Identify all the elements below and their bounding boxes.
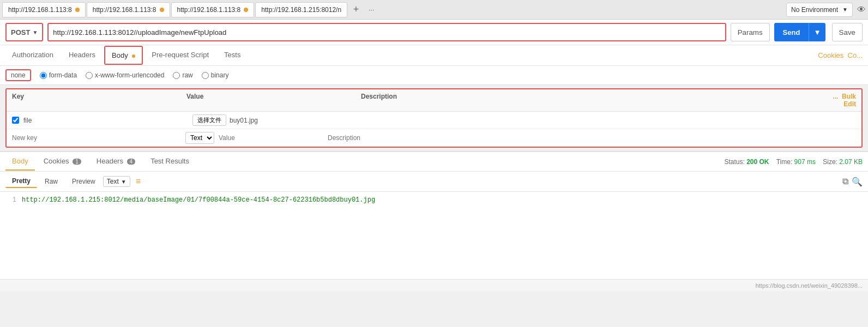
copy-button[interactable]: ⧉: [842, 177, 848, 186]
view-tab-raw[interactable]: Raw: [38, 175, 64, 187]
file-name: buy01.jpg: [230, 117, 258, 124]
col-value-header: Value: [186, 93, 361, 108]
resp-tab-headers[interactable]: Headers 4: [90, 153, 142, 171]
status-bar: https://blog.csdn.net/weixin_49028398...: [0, 279, 868, 291]
send-wrap: Send ▼: [774, 23, 825, 41]
body-type-row: none form-data x-www-form-urlencoded raw…: [0, 66, 868, 85]
col-desc-header: Description: [361, 93, 823, 108]
more-tabs-button[interactable]: ···: [364, 2, 379, 17]
method-label: POST: [11, 28, 30, 37]
tab-prerequest[interactable]: Pre-request Script: [145, 46, 215, 64]
view-tab-pretty[interactable]: Pretty: [5, 175, 37, 188]
method-selector[interactable]: POST ▼: [5, 23, 43, 41]
env-selector[interactable]: No Environment ▼: [786, 3, 853, 17]
row-value: 选择文件 buy01.jpg: [192, 114, 367, 126]
eye-button[interactable]: 👁: [857, 5, 866, 15]
time-value: 907 ms: [794, 158, 816, 166]
env-label: No Environment: [791, 6, 838, 14]
response-body[interactable]: 1 http://192.168.1.215:8012/media/baseIm…: [0, 192, 868, 279]
row-key: file: [23, 117, 192, 124]
method-chevron-icon: ▼: [32, 29, 38, 35]
url-input-wrap: [47, 23, 726, 41]
format-selector[interactable]: Text ▼: [103, 176, 130, 187]
col-key-header: Key: [12, 93, 186, 108]
new-value-input[interactable]: [219, 134, 328, 142]
tab-headers[interactable]: Headers: [62, 46, 102, 64]
resp-tab-cookies[interactable]: Cookies 1: [37, 153, 88, 171]
cookies-link[interactable]: Cookies Co...: [818, 51, 863, 59]
format-chevron-icon: ▼: [121, 179, 126, 185]
request-tabs: Authorization Headers Body Pre-request S…: [0, 45, 868, 66]
binary-radio-label[interactable]: binary: [202, 71, 229, 79]
resp-tab-body[interactable]: Body: [5, 153, 35, 171]
tab-2-label: http://192.168.1.113:8: [93, 6, 156, 14]
code-content-1: http://192.168.1.215:8012/media/baseImag…: [22, 192, 375, 208]
tab-1-label: http://192.168.1.113:8: [8, 6, 72, 14]
choose-file-button[interactable]: 选择文件: [192, 114, 226, 126]
tab-2-dot: [160, 8, 164, 12]
tab-3-dot: [244, 8, 248, 12]
binary-radio[interactable]: [202, 72, 209, 79]
viewer-tabs: Pretty Raw Preview Text ▼ ≡ ⧉ 🔍: [0, 172, 868, 192]
tab-tests[interactable]: Tests: [218, 46, 247, 64]
form-data-radio[interactable]: [40, 72, 47, 79]
env-chevron-icon: ▼: [842, 7, 848, 13]
size-value: 2.07 KB: [839, 158, 863, 166]
view-tab-preview[interactable]: Preview: [65, 175, 102, 187]
headers-badge: 4: [127, 159, 136, 165]
new-key-input[interactable]: [12, 134, 181, 142]
tab-4-label: http://192.168.1.215:8012/n: [261, 6, 341, 14]
cookies-badge: 1: [73, 159, 81, 165]
tab-authorization[interactable]: Authorization: [5, 46, 60, 64]
tab-3[interactable]: http://192.168.1.113:8: [171, 2, 255, 17]
table-row: file 选择文件 buy01.jpg: [7, 112, 861, 129]
code-line-1: 1 http://192.168.1.215:8012/media/baseIm…: [0, 192, 868, 208]
bulk-edit-label: Bulk Edit: [842, 93, 856, 108]
send-dropdown-button[interactable]: ▼: [809, 23, 825, 41]
col-more-header[interactable]: ... Bulk Edit: [823, 93, 856, 108]
url-input[interactable]: [49, 28, 725, 37]
tab-body[interactable]: Body: [104, 46, 143, 65]
params-button[interactable]: Params: [731, 23, 770, 41]
urlencoded-radio-label[interactable]: x-www-form-urlencoded: [86, 71, 164, 79]
status-code: 200 OK: [746, 158, 769, 166]
url-bar: POST ▼ Params Send ▼ Save: [0, 20, 868, 45]
response-tabs: Body Cookies 1 Headers 4 Test Results St…: [0, 151, 868, 172]
raw-radio-label[interactable]: raw: [173, 71, 192, 79]
save-button[interactable]: Save: [832, 23, 863, 41]
search-button[interactable]: 🔍: [852, 177, 863, 187]
line-number-1: 1: [0, 192, 22, 208]
formdata-header: Key Value Description ... Bulk Edit: [7, 89, 861, 112]
formdata-section: Key Value Description ... Bulk Edit file…: [5, 88, 863, 148]
tab-1-dot: [75, 8, 80, 12]
send-button[interactable]: Send: [774, 23, 809, 41]
tab-bar: http://192.168.1.113:8 http://192.168.1.…: [0, 0, 868, 20]
raw-radio[interactable]: [173, 72, 180, 79]
wrap-icon[interactable]: ≡: [136, 177, 141, 186]
none-box[interactable]: none: [5, 69, 31, 81]
form-data-radio-label[interactable]: form-data: [40, 71, 77, 79]
tab-1[interactable]: http://192.168.1.113:8: [2, 2, 86, 17]
row-checkbox[interactable]: [12, 117, 19, 124]
urlencoded-radio[interactable]: [86, 72, 93, 79]
status-link[interactable]: https://blog.csdn.net/weixin_49028398...: [756, 282, 863, 289]
type-select[interactable]: Text: [185, 132, 214, 144]
response-status: Status: 200 OK Time: 907 ms Size: 2.07 K…: [724, 158, 863, 166]
tab-3-label: http://192.168.1.113:8: [177, 6, 241, 14]
tab-2[interactable]: http://192.168.1.113:8: [87, 2, 170, 17]
new-tab-button[interactable]: +: [348, 2, 364, 17]
new-key-row: Text: [7, 129, 861, 147]
tab-4[interactable]: http://192.168.1.215:8012/n: [255, 2, 347, 17]
new-desc-input[interactable]: [328, 134, 856, 142]
resp-tab-testresults[interactable]: Test Results: [144, 153, 196, 171]
body-tab-dot: [132, 55, 135, 58]
